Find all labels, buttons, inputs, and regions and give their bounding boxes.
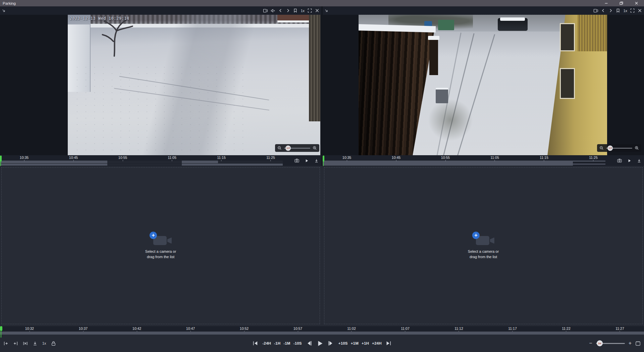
skip-to-end-icon[interactable] xyxy=(386,340,392,346)
timeline-range-knob[interactable]: 1H xyxy=(597,340,603,346)
placeholder-text-line2: drag from the list xyxy=(468,254,499,260)
export-download-icon[interactable] xyxy=(637,159,641,163)
jump-fwd-24h[interactable]: +24H xyxy=(372,341,382,345)
timeline-zoom-in-button[interactable]: + xyxy=(629,341,632,346)
clear-marks-icon[interactable] xyxy=(23,341,28,346)
camera1-zoom-control: 1.0 xyxy=(275,144,319,152)
fullscreen-icon[interactable] xyxy=(630,8,635,13)
next-camera-icon[interactable] xyxy=(608,8,613,13)
camera2-playhead[interactable] xyxy=(323,156,324,162)
video-art xyxy=(73,64,250,153)
calendar-icon[interactable] xyxy=(635,341,641,346)
camera2-speed-label[interactable]: 1x xyxy=(623,9,627,13)
step-back-icon[interactable] xyxy=(306,340,313,347)
timeline-zoom-out-button[interactable]: − xyxy=(589,341,592,346)
snapshot-icon[interactable] xyxy=(294,158,299,163)
mark-out-icon[interactable] xyxy=(13,341,18,346)
zoom-out-icon[interactable] xyxy=(277,146,282,150)
restore-icon xyxy=(620,1,623,5)
close-window-button[interactable] xyxy=(629,0,644,6)
video-art xyxy=(438,20,454,30)
add-camera-plus-icon[interactable]: + xyxy=(472,232,480,239)
export-download-icon[interactable] xyxy=(314,159,319,163)
add-camera-placeholder[interactable]: + Select a camera or drag from the list xyxy=(145,232,176,260)
jump-fwd-1m[interactable]: +1M xyxy=(351,341,359,345)
prev-camera-icon[interactable] xyxy=(278,8,283,13)
download-archive-icon[interactable] xyxy=(33,341,38,346)
video-art xyxy=(577,15,607,51)
restore-button[interactable] xyxy=(614,0,629,6)
add-camera-plus-icon[interactable]: + xyxy=(150,232,157,239)
video-art xyxy=(428,36,439,40)
playback-speed-label[interactable]: 1x xyxy=(42,341,46,345)
camera2-video[interactable] xyxy=(359,15,607,155)
camera1-video[interactable]: 2023-12-13 Wed 10:29:18 xyxy=(68,15,320,155)
resize-handle-icon[interactable] xyxy=(324,8,328,13)
next-camera-icon[interactable] xyxy=(286,8,290,13)
play-icon[interactable] xyxy=(305,159,309,163)
jump-back-1m[interactable]: -1M xyxy=(283,341,290,345)
audio-muted-icon[interactable] xyxy=(271,8,275,13)
camera2-timeline[interactable]: 10:3510:4510:5511:0511:1511:25 xyxy=(323,155,644,166)
snapshot-icon[interactable] xyxy=(617,158,622,163)
timeline-tick-label: 11:15 xyxy=(540,156,548,161)
camera1-timeline[interactable]: 10:3510:4510:5511:0511:1511:25 xyxy=(0,155,321,166)
camera1-zoom-slider[interactable]: 1.0 xyxy=(284,145,310,151)
prev-camera-icon[interactable] xyxy=(601,8,605,13)
single-view-icon[interactable] xyxy=(593,8,598,13)
camera1-zoom-knob[interactable]: 1.0 xyxy=(285,145,291,151)
camera1-playhead[interactable] xyxy=(0,156,2,162)
single-view-icon[interactable] xyxy=(263,8,268,13)
zoom-out-icon[interactable] xyxy=(599,146,604,150)
video-art xyxy=(428,99,473,141)
camera-timeline-row: 10:3510:4510:5511:0511:1511:25 10:3510:4… xyxy=(0,155,644,166)
camera2-zoom-knob[interactable]: 1.0 xyxy=(607,145,613,151)
play-icon[interactable] xyxy=(627,159,632,163)
resize-handle-icon[interactable] xyxy=(1,8,6,13)
close-camera-icon[interactable] xyxy=(638,8,642,13)
video-art xyxy=(436,88,448,103)
timeline-tick-label: 10:45 xyxy=(392,156,400,161)
zoom-in-icon[interactable] xyxy=(313,146,317,150)
camera2-header: 1x xyxy=(323,6,644,15)
placeholder-text-line1: Select a camera or xyxy=(468,249,499,254)
camera-silhouette-icon: + xyxy=(472,232,494,247)
global-playhead[interactable] xyxy=(0,326,2,331)
timeline-zoom-group: − 1H + xyxy=(589,335,641,352)
play-button-icon[interactable] xyxy=(317,340,324,347)
camera1-speed-label[interactable]: 1x xyxy=(301,9,305,13)
video-art xyxy=(359,27,438,155)
camera2-zoom-slider[interactable]: 1.0 xyxy=(606,145,632,151)
timeline-tick-label: 11:15 xyxy=(217,156,226,161)
timeline-range-slider[interactable]: 1H xyxy=(596,340,625,346)
empty-camera-slot-1[interactable]: + Select a camera or drag from the list xyxy=(1,167,320,324)
bookmark-icon[interactable] xyxy=(293,8,298,13)
video-row: 2023-12-13 Wed 10:29:18 xyxy=(0,15,644,155)
camera-lens xyxy=(167,237,172,244)
playback-toolbar: 1x -24H -1H -1M -10S +10S +1M +1H +24H xyxy=(0,335,644,352)
close-camera-icon[interactable] xyxy=(315,8,319,13)
jump-back-24h[interactable]: -24H xyxy=(262,341,271,345)
placeholder-text-line1: Select a camera or xyxy=(145,249,176,254)
jump-back-1h[interactable]: -1H xyxy=(274,341,280,345)
archive-track[interactable] xyxy=(323,161,573,166)
step-forward-icon[interactable] xyxy=(328,340,334,347)
zoom-in-icon[interactable] xyxy=(635,146,639,150)
empty-camera-slot-2[interactable]: + Select a camera or drag from the list xyxy=(324,167,643,324)
global-archive-track[interactable] xyxy=(0,332,644,335)
jump-fwd-10s[interactable]: +10S xyxy=(338,341,348,345)
fullscreen-icon[interactable] xyxy=(308,8,312,13)
jump-fwd-1h[interactable]: +1H xyxy=(362,341,369,345)
bookmark-icon[interactable] xyxy=(616,8,620,13)
panel-header-row: 1x 1x xyxy=(0,6,644,15)
timeline-tick-label: 11:05 xyxy=(168,156,176,161)
archive-gap xyxy=(107,164,182,166)
jump-back-10s[interactable]: -10S xyxy=(293,341,302,345)
mark-in-icon[interactable] xyxy=(3,341,8,346)
global-timeline[interactable]: 10:3210:3710:4210:4710:5210:5711:0211:07… xyxy=(0,326,644,335)
lock-icon[interactable] xyxy=(51,341,56,346)
skip-to-start-icon[interactable] xyxy=(252,340,258,346)
timeline-tick-label: 10:55 xyxy=(118,156,127,161)
minimize-button[interactable] xyxy=(599,0,614,6)
add-camera-placeholder[interactable]: + Select a camera or drag from the list xyxy=(468,232,499,260)
